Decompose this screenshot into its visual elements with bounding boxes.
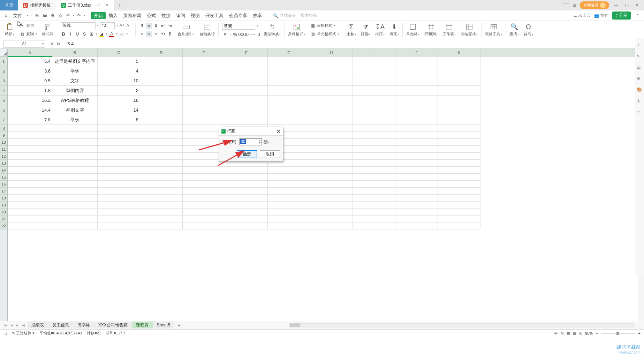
zoom-out-button[interactable]: − <box>596 331 598 335</box>
cell-E3[interactable] <box>183 76 225 86</box>
cell-I20[interactable] <box>353 209 395 215</box>
cell-H16[interactable] <box>310 181 353 188</box>
rtl-icon[interactable]: ¶ <box>167 31 173 37</box>
cell-C8[interactable] <box>98 125 140 132</box>
cell-E22[interactable] <box>183 222 225 229</box>
cell-E19[interactable] <box>183 202 225 209</box>
colhead-I[interactable]: I <box>353 49 395 56</box>
cell-B16[interactable] <box>52 181 98 188</box>
cell-A2[interactable]: 3.6 <box>8 66 52 76</box>
command-search[interactable]: 🔍 查找命令、搜索模板 <box>273 13 317 18</box>
cell-A5[interactable]: 16.2 <box>8 96 52 105</box>
bold-button[interactable]: B <box>61 31 66 37</box>
cell-A22[interactable] <box>8 222 52 229</box>
cell-G18[interactable] <box>268 195 310 202</box>
cell-J12[interactable] <box>395 153 438 160</box>
view-normal-icon[interactable]: ▦ <box>567 331 570 335</box>
cell-E17[interactable] <box>183 188 225 195</box>
cell-button[interactable]: 单元格▾ <box>404 22 422 38</box>
cell-H14[interactable] <box>310 167 353 174</box>
cell-J13[interactable] <box>395 160 438 167</box>
cell-C7[interactable]: 8 <box>98 115 140 125</box>
fmtpaint-button[interactable]: 格式刷 <box>40 22 55 38</box>
maximize-button[interactable]: ▢ <box>623 3 630 8</box>
cell-I8[interactable] <box>353 125 395 132</box>
cell-G19[interactable] <box>268 202 310 209</box>
cell-A7[interactable]: 7.8 <box>8 115 52 125</box>
cell-E2[interactable] <box>183 66 225 76</box>
cell-B14[interactable] <box>52 167 98 174</box>
cell-B4[interactable]: 举例内容 <box>52 86 98 96</box>
ok-button[interactable]: 确定 <box>237 150 257 158</box>
cell-I5[interactable] <box>353 96 395 105</box>
paste-group[interactable]: 粘贴▾ <box>3 22 16 38</box>
clear-fmt-icon[interactable]: ◇ <box>119 31 124 37</box>
tab-home[interactable]: 首页 <box>0 0 18 10</box>
cell-F20[interactable] <box>225 209 268 215</box>
sheet-button[interactable]: 工作表▾ <box>440 22 458 38</box>
cell-B7[interactable]: 举例 <box>52 115 98 125</box>
number-format-select[interactable] <box>222 23 255 30</box>
add-sheet-button[interactable]: + <box>175 323 183 328</box>
cell-B22[interactable] <box>52 222 98 229</box>
redo-icon[interactable]: ↷ <box>76 13 82 19</box>
cell-K8[interactable] <box>438 125 480 132</box>
tab-menu-icon[interactable]: ◎ <box>97 3 100 8</box>
cell-H12[interactable] <box>310 153 353 160</box>
cell-D2[interactable] <box>140 66 183 76</box>
fx-icon[interactable]: fx <box>57 41 60 46</box>
zoom-level[interactable]: 90% <box>585 331 593 335</box>
cell-K10[interactable] <box>438 139 480 146</box>
collab-button[interactable]: 👥 协作 <box>594 13 609 18</box>
cell-D4[interactable] <box>140 86 183 96</box>
cell-E14[interactable] <box>183 167 225 174</box>
copy-button[interactable]: ⧉复制▾ <box>19 31 37 37</box>
font-size-select[interactable] <box>100 22 115 29</box>
cell-E18[interactable] <box>183 195 225 202</box>
filter-button[interactable]: ⧩筛选▾ <box>359 22 372 38</box>
cell-K4[interactable] <box>438 86 480 96</box>
cell-I14[interactable] <box>353 167 395 174</box>
menu-数据[interactable]: 数据 <box>159 12 173 19</box>
cut-button[interactable]: ✂剪切 <box>19 23 37 29</box>
cell-B19[interactable] <box>52 202 98 209</box>
cell-J4[interactable] <box>395 86 438 96</box>
cell-G22[interactable] <box>268 222 310 229</box>
inc-decimal-icon[interactable]: .0→ <box>246 32 252 37</box>
cell-J6[interactable] <box>395 105 438 115</box>
window-close-button[interactable]: ✕ <box>634 3 641 8</box>
align-center-icon[interactable]: ≡ <box>146 31 152 37</box>
cell-G6[interactable] <box>268 105 310 115</box>
cell-C20[interactable] <box>98 209 140 215</box>
cell-D1[interactable] <box>140 56 183 66</box>
cellstyle-button[interactable]: ▥单元格样式▾ <box>310 31 339 37</box>
cell-G21[interactable] <box>268 215 310 222</box>
cell-C3[interactable]: 10 <box>98 76 140 86</box>
zoom-in-button[interactable]: + <box>638 331 641 335</box>
sheet-tab-Sheet5[interactable]: Sheet5 <box>153 322 174 328</box>
cell-D18[interactable] <box>140 195 183 202</box>
cell-G3[interactable] <box>268 76 310 86</box>
cell-B3[interactable]: 文字 <box>52 76 98 86</box>
cell-J9[interactable] <box>395 132 438 139</box>
shrink-font-icon[interactable]: A⁻ <box>126 23 132 29</box>
menu-效率[interactable]: 效率 <box>250 12 265 19</box>
cell-J7[interactable] <box>395 115 438 125</box>
cell-D16[interactable] <box>140 181 183 188</box>
sheet-tab-课程表[interactable]: 课程表 <box>132 322 153 328</box>
cell-H19[interactable] <box>310 202 353 209</box>
colhead-B[interactable]: B <box>52 49 98 56</box>
border-button[interactable]: ⊞ <box>89 31 94 37</box>
cell-I12[interactable] <box>353 153 395 160</box>
cell-I13[interactable] <box>353 160 395 167</box>
align-middle-icon[interactable]: ≡ <box>146 23 152 29</box>
cell-J14[interactable] <box>395 167 438 174</box>
cell-I7[interactable] <box>353 115 395 125</box>
cell-B6[interactable]: 举例文字 <box>52 105 98 115</box>
rowhead-2[interactable]: 2 <box>0 66 7 76</box>
cell-D14[interactable] <box>140 167 183 174</box>
cell-F4[interactable] <box>225 86 268 96</box>
cell-F22[interactable] <box>225 222 268 229</box>
orientation-icon[interactable]: ⟲ <box>160 31 166 37</box>
cell-A6[interactable]: 14.4 <box>8 105 52 115</box>
